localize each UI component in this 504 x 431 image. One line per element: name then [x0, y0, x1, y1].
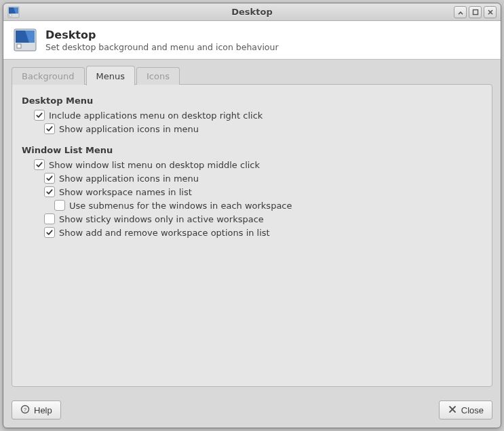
svg-rect-8	[17, 44, 21, 48]
help-button[interactable]: ? Help	[12, 401, 61, 419]
option-use-submenus[interactable]: Use submenus for the windows in each wor…	[54, 200, 482, 211]
checkbox-icon	[34, 110, 45, 121]
checkbox-icon	[44, 213, 55, 224]
close-icon	[448, 405, 457, 416]
checkbox-icon	[44, 173, 55, 184]
window-title: Desktop	[3, 7, 501, 17]
checkbox-icon	[34, 159, 45, 170]
help-icon: ?	[20, 405, 30, 416]
desktop-icon	[13, 28, 37, 52]
option-label: Include applications menu on desktop rig…	[49, 110, 263, 121]
checkbox-icon	[54, 200, 65, 211]
option-label: Show window list menu on desktop middle …	[49, 160, 260, 170]
tab-icons[interactable]: Icons	[136, 67, 180, 85]
option-label: Show sticky windows only in active works…	[59, 214, 264, 224]
option-show-app-icons-desktop[interactable]: Show application icons in menu	[44, 123, 482, 134]
option-label: Show add and remove workspace options in…	[59, 228, 270, 238]
option-show-window-list[interactable]: Show window list menu on desktop middle …	[34, 159, 482, 170]
page-title: Desktop	[45, 28, 279, 41]
header-text: Desktop Set desktop background and menu …	[45, 28, 279, 52]
option-sticky-active[interactable]: Show sticky windows only in active works…	[44, 213, 482, 224]
minimize-button[interactable]	[454, 6, 467, 18]
svg-text:?: ?	[24, 407, 27, 413]
checkbox-icon	[44, 123, 55, 134]
option-show-workspace-names[interactable]: Show workspace names in list	[44, 186, 482, 197]
svg-rect-3	[9, 14, 12, 16]
option-label: Show application icons in menu	[59, 173, 199, 184]
option-label: Show application icons in menu	[59, 124, 199, 134]
window-controls	[454, 6, 501, 18]
option-label: Show workspace names in list	[59, 187, 192, 197]
footer: ? Help Close	[3, 395, 501, 428]
page-subtitle: Set desktop background and menu and icon…	[45, 42, 279, 52]
close-button[interactable]	[484, 6, 497, 18]
checkbox-icon	[44, 227, 55, 238]
tab-background[interactable]: Background	[12, 67, 85, 85]
tabs: Background Menus Icons	[12, 65, 492, 85]
option-show-app-icons-wl[interactable]: Show application icons in menu	[44, 173, 482, 184]
close-button-footer[interactable]: Close	[439, 401, 492, 419]
header: Desktop Set desktop background and menu …	[3, 21, 501, 60]
titlebar: Desktop	[3, 3, 501, 21]
section-window-list-menu: Window List Menu	[22, 145, 482, 155]
body: Background Menus Icons Desktop Menu Incl…	[3, 60, 501, 395]
window: Desktop Desktop Set desktop background a…	[3, 3, 501, 428]
app-icon	[7, 6, 20, 18]
section-desktop-menu: Desktop Menu	[22, 96, 482, 106]
help-button-label: Help	[34, 405, 52, 415]
option-label: Use submenus for the windows in each wor…	[69, 201, 292, 211]
close-button-label: Close	[461, 405, 484, 415]
svg-rect-4	[473, 9, 478, 14]
option-include-apps-menu[interactable]: Include applications menu on desktop rig…	[34, 110, 482, 121]
option-show-add-remove[interactable]: Show add and remove workspace options in…	[44, 227, 482, 238]
maximize-button[interactable]	[469, 6, 482, 18]
tab-content-menus: Desktop Menu Include applications menu o…	[12, 84, 492, 387]
tab-menus[interactable]: Menus	[86, 66, 135, 85]
checkbox-icon	[44, 186, 55, 197]
